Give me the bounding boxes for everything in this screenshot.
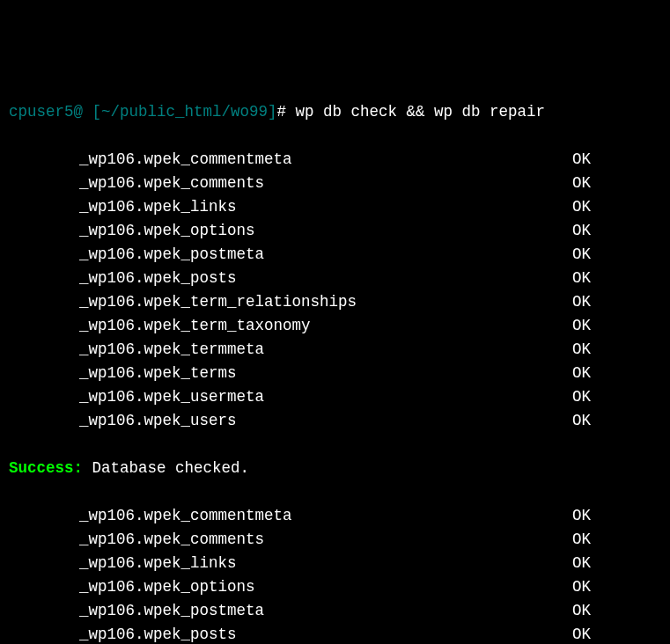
- table-name: _wp106.wpek_users: [79, 409, 431, 433]
- table-name: _wp106.wpek_postmeta: [79, 599, 431, 623]
- table-name: _wp106.wpek_links: [79, 195, 431, 219]
- table-name: _wp106.wpek_options: [79, 219, 431, 243]
- table-row: _wp106.wpek_commentmetaOK: [9, 148, 661, 172]
- table-name: _wp106.wpek_commentmeta: [79, 504, 431, 528]
- status-text: OK: [431, 409, 661, 433]
- indent: [9, 575, 79, 599]
- indent: [9, 148, 79, 172]
- table-row: _wp106.wpek_commentsOK: [9, 528, 661, 552]
- prompt-hash: #: [277, 103, 296, 121]
- table-name: _wp106.wpek_term_relationships: [79, 290, 431, 314]
- table-name: _wp106.wpek_posts: [79, 623, 431, 644]
- table-name: _wp106.wpek_postmeta: [79, 243, 431, 267]
- indent: [9, 195, 79, 219]
- status-text: OK: [431, 290, 661, 314]
- table-row: _wp106.wpek_optionsOK: [9, 575, 661, 599]
- indent: [9, 290, 79, 314]
- indent: [9, 219, 79, 243]
- status-text: OK: [431, 528, 661, 552]
- success-message: Database checked.: [83, 459, 249, 477]
- table-name: _wp106.wpek_termmeta: [79, 338, 431, 362]
- status-text: OK: [431, 267, 661, 290]
- repair-output: _wp106.wpek_commentmetaOK_wp106.wpek_com…: [9, 504, 661, 644]
- indent: [9, 623, 79, 644]
- table-row: _wp106.wpek_commentsOK: [9, 172, 661, 195]
- table-name: _wp106.wpek_terms: [79, 362, 431, 385]
- indent: [9, 338, 79, 362]
- prompt-path: [~/public_html/wo99]: [83, 103, 277, 121]
- indent: [9, 385, 79, 409]
- table-name: _wp106.wpek_usermeta: [79, 385, 431, 409]
- status-text: OK: [431, 599, 661, 623]
- indent: [9, 267, 79, 290]
- table-row: _wp106.wpek_commentmetaOK: [9, 504, 661, 528]
- table-name: _wp106.wpek_options: [79, 575, 431, 599]
- status-text: OK: [431, 504, 661, 528]
- prompt-line[interactable]: cpuser5@ [~/public_html/wo99]# wp db che…: [9, 100, 661, 124]
- indent: [9, 314, 79, 338]
- status-text: OK: [431, 314, 661, 338]
- table-name: _wp106.wpek_comments: [79, 528, 431, 552]
- status-text: OK: [431, 552, 661, 575]
- table-row: _wp106.wpek_postsOK: [9, 623, 661, 644]
- table-name: _wp106.wpek_comments: [79, 172, 431, 195]
- table-row: _wp106.wpek_termsOK: [9, 362, 661, 385]
- table-name: _wp106.wpek_links: [79, 552, 431, 575]
- indent: [9, 552, 79, 575]
- table-row: _wp106.wpek_linksOK: [9, 195, 661, 219]
- indent: [9, 362, 79, 385]
- command-text: wp db check && wp db repair: [296, 103, 546, 121]
- status-text: OK: [431, 243, 661, 267]
- table-row: _wp106.wpek_usermetaOK: [9, 385, 661, 409]
- indent: [9, 409, 79, 433]
- indent: [9, 528, 79, 552]
- indent: [9, 599, 79, 623]
- table-name: _wp106.wpek_commentmeta: [79, 148, 431, 172]
- status-text: OK: [431, 623, 661, 644]
- table-name: _wp106.wpek_term_taxonomy: [79, 314, 431, 338]
- status-text: OK: [431, 338, 661, 362]
- success-label: Success:: [9, 459, 83, 477]
- status-text: OK: [431, 195, 661, 219]
- indent: [9, 172, 79, 195]
- table-row: _wp106.wpek_term_relationshipsOK: [9, 290, 661, 314]
- table-row: _wp106.wpek_termmetaOK: [9, 338, 661, 362]
- indent: [9, 504, 79, 528]
- prompt-userhost: cpuser5@: [9, 103, 83, 121]
- table-name: _wp106.wpek_posts: [79, 267, 431, 290]
- status-text: OK: [431, 385, 661, 409]
- status-text: OK: [431, 219, 661, 243]
- table-row: _wp106.wpek_term_taxonomyOK: [9, 314, 661, 338]
- table-row: _wp106.wpek_postmetaOK: [9, 599, 661, 623]
- check-success-line: Success: Database checked.: [9, 457, 661, 480]
- table-row: _wp106.wpek_optionsOK: [9, 219, 661, 243]
- status-text: OK: [431, 575, 661, 599]
- status-text: OK: [431, 172, 661, 195]
- table-row: _wp106.wpek_postsOK: [9, 267, 661, 290]
- check-output: _wp106.wpek_commentmetaOK_wp106.wpek_com…: [9, 148, 661, 433]
- status-text: OK: [431, 362, 661, 385]
- table-row: _wp106.wpek_postmetaOK: [9, 243, 661, 267]
- table-row: _wp106.wpek_usersOK: [9, 409, 661, 433]
- indent: [9, 243, 79, 267]
- table-row: _wp106.wpek_linksOK: [9, 552, 661, 575]
- status-text: OK: [431, 148, 661, 172]
